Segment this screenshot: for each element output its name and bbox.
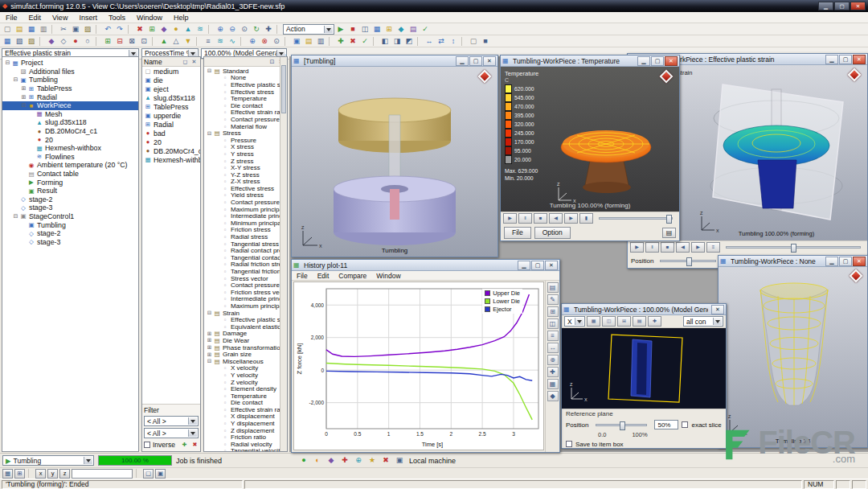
playback-button[interactable]: ▶ — [503, 213, 517, 224]
rotate-icon[interactable]: ↻ — [251, 24, 262, 35]
pan-icon[interactable]: ✚ — [263, 24, 274, 35]
toolbar-icon[interactable]: ■ — [480, 36, 491, 47]
dropdown-arrow-icon[interactable] — [324, 26, 333, 33]
job-icon[interactable]: ✚ — [339, 455, 350, 466]
playback-button[interactable]: ‖ — [645, 242, 659, 253]
tree-item[interactable]: ▫Maximum principal stress — [204, 302, 287, 310]
window-titlebar[interactable]: ▦ Tumbling-WorkPiece : None ▁ ▢ ✕ — [719, 256, 867, 267]
playback-button[interactable]: ▮ — [579, 213, 593, 224]
tree-item[interactable]: ▫Effective strain rate — [204, 109, 287, 117]
object-list-item[interactable]: ⊞Radial — [142, 120, 200, 129]
expander-icon[interactable]: ⊟ — [206, 310, 213, 316]
plot-tool-icon[interactable]: ✎ — [547, 294, 559, 305]
slice-tool-icon[interactable]: ⊞ — [617, 316, 631, 327]
maximize-button[interactable]: ▢ — [531, 261, 544, 270]
toolbar-icon[interactable]: ⊟ — [114, 36, 125, 47]
table-icon[interactable]: ▤ — [407, 24, 419, 35]
exact-slice-checkbox[interactable] — [682, 421, 688, 428]
close-button[interactable]: ✕ — [850, 2, 866, 10]
dropdown-arrow-icon[interactable] — [188, 417, 197, 425]
playback-button[interactable]: ◀ — [676, 242, 690, 253]
history-menu-edit[interactable]: Edit — [313, 272, 334, 280]
menu-file[interactable]: File — [0, 14, 23, 22]
expander-icon[interactable]: ⊞ — [206, 337, 213, 343]
playback-button[interactable]: ▶ — [630, 242, 644, 253]
tree-item[interactable]: ◇stage-2 — [2, 195, 138, 204]
open-icon[interactable]: ▤ — [14, 24, 25, 35]
history-menu-compare[interactable]: Compare — [334, 272, 371, 280]
zoom-in-icon[interactable]: ⊕ — [215, 24, 226, 35]
object-list-item[interactable]: ▦Hexmesh-withbox — [142, 155, 200, 164]
toolbar-icon[interactable]: ≡ — [203, 36, 214, 47]
inverse-checkbox[interactable] — [144, 442, 150, 448]
toolbar-icon[interactable]: ▢ — [468, 36, 479, 47]
slice-position-slider[interactable] — [596, 424, 647, 426]
slice-tool-icon[interactable]: ◫ — [602, 316, 616, 327]
toolbar-icon[interactable]: ▨ — [26, 36, 37, 47]
tree-item[interactable]: ▫Y stress — [204, 150, 287, 158]
mesh-view-icon[interactable]: ▦ — [371, 24, 383, 35]
toolbar-icon[interactable]: ▣ — [291, 36, 302, 47]
result-icon[interactable]: ◆ — [395, 24, 407, 35]
minimize-button[interactable]: ▁ — [637, 56, 650, 66]
position-slider[interactable] — [660, 260, 716, 262]
cut-icon[interactable]: ✂ — [58, 24, 69, 35]
job-icon[interactable]: ▣ — [394, 455, 405, 466]
toolbar-icon[interactable]: ◩ — [403, 36, 415, 47]
tree-item[interactable]: ▫Material flow — [204, 123, 287, 130]
filter-combo-1[interactable]: < All > — [144, 416, 199, 426]
tree-item[interactable]: ⊞▤Die Wear — [204, 337, 287, 344]
tree-item[interactable]: ▦Hexmesh-withbox — [2, 144, 138, 153]
menu-window[interactable]: Window — [131, 14, 168, 22]
menu-edit[interactable]: Edit — [23, 14, 47, 22]
tree-item[interactable]: ⊟▤Stress — [204, 129, 287, 137]
tree-item[interactable]: ▫Y velocity — [204, 372, 287, 379]
toolbar-icon[interactable]: ▦ — [2, 469, 13, 479]
tree-item[interactable]: ▤Contact table — [2, 170, 138, 179]
dropdown-arrow-icon[interactable] — [84, 457, 92, 464]
slice-tool-icon[interactable]: ▤ — [633, 316, 646, 327]
maximize-button[interactable]: ▢ — [651, 56, 664, 66]
axis-chip-x[interactable]: x — [35, 469, 46, 479]
toolbar-icon[interactable]: ⊞ — [102, 36, 113, 47]
expander-icon[interactable]: ⊟ — [12, 213, 19, 220]
tree-item[interactable]: ⊟▤Standard — [204, 68, 287, 75]
expander-icon[interactable]: ⊞ — [206, 351, 213, 358]
toolbar-icon[interactable]: ≋ — [215, 36, 226, 47]
apply-icon[interactable]: ✓ — [420, 24, 431, 35]
tree-item[interactable]: ◇stage-3 — [2, 203, 138, 212]
close-button[interactable]: ✕ — [711, 305, 724, 314]
temperature-3d-viewport[interactable]: Temperature C 620.000545.000470.000395.0… — [501, 67, 679, 212]
stop-icon[interactable]: ■ — [347, 24, 358, 35]
plot-tool-icon[interactable]: ⊞ — [547, 306, 559, 317]
toolbar-icon[interactable]: ✖ — [347, 36, 358, 47]
window-titlebar[interactable]: ▦ [Tumbling] ▁ ▢ ✕ — [292, 55, 497, 67]
playback-button[interactable]: ≡ — [706, 242, 720, 253]
save-icon[interactable]: ▦ — [26, 24, 37, 35]
add-stage-icon[interactable]: ⊞ — [383, 24, 395, 35]
tree-item[interactable]: ▫Yield stress — [204, 192, 287, 199]
job-icon[interactable]: ⊕ — [353, 455, 364, 466]
object-list-item[interactable]: ⊞TablePress — [142, 102, 200, 111]
tree-item[interactable]: ▲slug.d35x118 — [2, 118, 138, 127]
maximize-button[interactable]: ▢ — [839, 257, 852, 266]
tree-item[interactable]: ▫Z-X stress — [204, 179, 287, 186]
tree-item[interactable]: ▶Forming — [2, 178, 138, 187]
action-combo[interactable]: Action — [283, 24, 334, 35]
object-list-item[interactable]: ▣upperdie — [142, 111, 200, 120]
tree-item[interactable]: ▨Additional files — [2, 68, 138, 76]
tree-item[interactable]: ≋Flowlines — [2, 153, 138, 162]
object-list-item[interactable]: ●bad — [142, 129, 200, 138]
tree-item[interactable]: ⊟▣Tumbling — [2, 76, 138, 84]
add-filter-icon[interactable]: ✚ — [180, 441, 189, 449]
flowline-icon[interactable]: ≋ — [194, 24, 206, 35]
toolbar-icon[interactable]: ◧ — [379, 36, 391, 47]
object-list-item[interactable]: ●20 — [142, 138, 200, 146]
tree-item[interactable]: ▫Temperature — [204, 95, 287, 102]
toolbar-icon[interactable]: ▥ — [315, 36, 326, 47]
menu-tools[interactable]: Tools — [103, 14, 131, 22]
tree-item[interactable]: ▫Pressure — [204, 137, 287, 144]
tree-item[interactable]: ▫X-Y stress — [204, 164, 287, 171]
option-button[interactable]: Option — [534, 227, 571, 239]
tree-item[interactable]: ▫Intermediate principal stress — [204, 296, 287, 303]
